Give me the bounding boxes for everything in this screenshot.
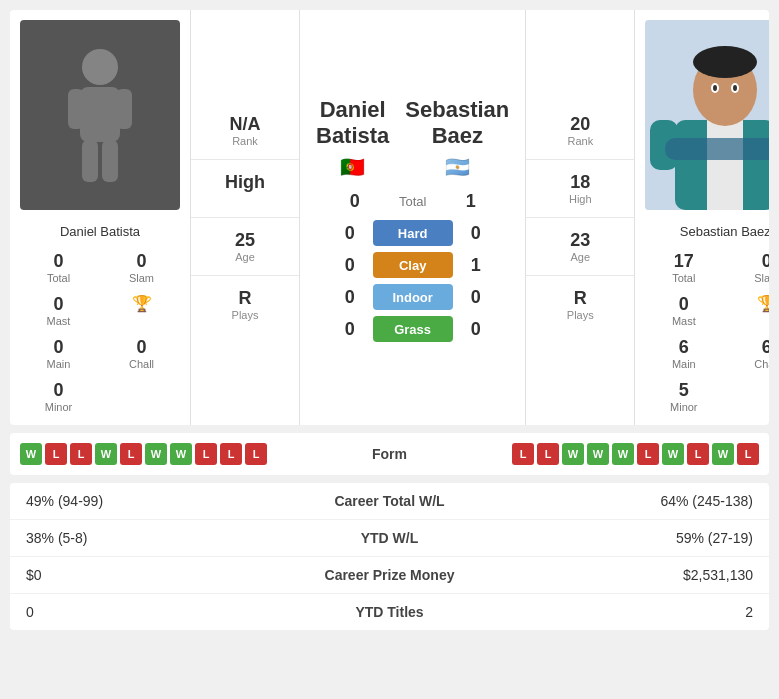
svg-point-13: [713, 85, 717, 91]
total-label: Total: [378, 194, 448, 209]
form-right-badge-6: W: [662, 443, 684, 465]
form-left-badge-1: L: [45, 443, 67, 465]
form-right: LLWWWLWLWL: [512, 443, 759, 465]
stats-row-3: 0 YTD Titles 2: [10, 594, 769, 630]
stats-label-0: Career Total W/L: [290, 493, 490, 509]
left-chall-val: 0: [103, 337, 180, 358]
right-main-lbl: Main: [645, 358, 722, 370]
left-high-lbl: [199, 193, 291, 205]
form-left-badge-9: L: [245, 443, 267, 465]
left-minor-cell: 0 Minor: [18, 376, 99, 417]
stats-row-0: 49% (94-99) Career Total W/L 64% (245-13…: [10, 483, 769, 520]
right-high-block: 18 High: [526, 160, 634, 218]
left-total-cell: 0 Total: [18, 247, 99, 288]
left-rank-lbl: Rank: [199, 135, 291, 147]
form-section: WLLWLWWLLL Form LLWWWLWLWL: [10, 433, 769, 475]
right-total-cell: 17 Total: [643, 247, 724, 288]
player-left-photo: [20, 20, 180, 210]
form-left-badge-2: L: [70, 443, 92, 465]
right-trophy: 🏆: [726, 290, 769, 331]
left-minor-val: 0: [20, 380, 97, 401]
left-plays-lbl: Plays: [199, 309, 291, 321]
stats-left-3: 0: [26, 604, 290, 620]
player-right-bottom-stats: 17 Total 0 Slam 0 Mast 🏆 6 Main: [635, 243, 769, 425]
svg-rect-2: [68, 89, 84, 129]
left-chall-cell: 0 Chall: [101, 333, 182, 374]
left-rank-block: N/A Rank: [191, 102, 299, 160]
left-high-val: High: [199, 172, 291, 193]
svg-rect-1: [80, 87, 120, 142]
left-age-lbl: Age: [199, 251, 291, 263]
surface-badge-clay: Clay: [373, 252, 453, 278]
player-right: Sebastian Baez 17 Total 0 Slam 0 Mast 🏆: [635, 10, 769, 425]
left-slam-val: 0: [103, 251, 180, 272]
stats-right-0: 64% (245-138): [490, 493, 754, 509]
right-main-val: 6: [645, 337, 722, 358]
svg-point-10: [693, 46, 757, 78]
left-chall-lbl: Chall: [103, 358, 180, 370]
form-left-badge-8: L: [220, 443, 242, 465]
surface-left-2: 0: [335, 287, 365, 308]
form-right-badge-4: W: [612, 443, 634, 465]
trophy-icon-left: 🏆: [132, 294, 152, 313]
form-right-badge-9: L: [737, 443, 759, 465]
surface-row-grass: 0 Grass 0: [308, 316, 517, 342]
svg-rect-5: [102, 140, 118, 182]
left-age-block: 25 Age: [191, 218, 299, 276]
svg-point-14: [733, 85, 737, 91]
left-main-lbl: Main: [20, 358, 97, 370]
right-total-val: 17: [645, 251, 722, 272]
form-left: WLLWLWWLLL: [20, 443, 267, 465]
main-container: Daniel Batista 0 Total 0 Slam 0 Mast 🏆: [0, 0, 779, 640]
right-plays-block: R Plays: [526, 276, 634, 333]
right-mast-val: 0: [645, 294, 722, 315]
form-right-badge-0: L: [512, 443, 534, 465]
surface-right-1: 1: [461, 255, 491, 276]
right-rank-val: 20: [534, 114, 626, 135]
right-minor-lbl: Minor: [645, 401, 722, 413]
stats-label-2: Career Prize Money: [290, 567, 490, 583]
left-total-lbl: Total: [20, 272, 97, 284]
left-slam-lbl: Slam: [103, 272, 180, 284]
middle-section: Daniel Batista 🇵🇹 Sebastian Baez 🇦🇷 0 To…: [300, 10, 525, 425]
right-minor-cell: 5 Minor: [643, 376, 724, 417]
left-slam-cell: 0 Slam: [101, 247, 182, 288]
surface-right-0: 0: [461, 223, 491, 244]
total-left-score: 0: [340, 191, 370, 212]
left-main-cell: 0 Main: [18, 333, 99, 374]
stats-row-2: $0 Career Prize Money $2,531,130: [10, 557, 769, 594]
right-slam-cell: 0 Slam: [726, 247, 769, 288]
form-left-badge-3: W: [95, 443, 117, 465]
left-main-val: 0: [20, 337, 97, 358]
players-section: Daniel Batista 0 Total 0 Slam 0 Mast 🏆: [10, 10, 769, 425]
left-mast-lbl: Mast: [20, 315, 97, 327]
surface-badge-grass: Grass: [373, 316, 453, 342]
svg-point-0: [82, 49, 118, 85]
right-rank-block: 20 Rank: [526, 102, 634, 160]
left-stats-panel: N/A Rank High 25 Age R Plays: [190, 10, 300, 425]
right-plays-val: R: [534, 288, 626, 309]
trophy-icon-right: 🏆: [757, 294, 769, 313]
surface-rows: 0 Hard 0 0 Clay 1 0 Indoor 0 0 Grass 0: [308, 220, 517, 348]
right-rank-lbl: Rank: [534, 135, 626, 147]
form-left-badge-7: L: [195, 443, 217, 465]
right-age-block: 23 Age: [526, 218, 634, 276]
player-left-name-header: Daniel Batista: [308, 87, 397, 153]
form-left-badge-0: W: [20, 443, 42, 465]
player-left-flag: 🇵🇹: [308, 153, 397, 187]
right-plays-lbl: Plays: [534, 309, 626, 321]
right-stats-panel: 20 Rank 18 High 23 Age R Plays: [525, 10, 635, 425]
right-total-lbl: Total: [645, 272, 722, 284]
form-left-badge-4: L: [120, 443, 142, 465]
total-row: 0 Total 1: [308, 191, 517, 212]
stats-right-3: 2: [490, 604, 754, 620]
left-rank-val: N/A: [199, 114, 291, 135]
left-minor-lbl: Minor: [20, 401, 97, 413]
left-total-val: 0: [20, 251, 97, 272]
form-right-badge-1: L: [537, 443, 559, 465]
stats-table: 49% (94-99) Career Total W/L 64% (245-13…: [10, 483, 769, 630]
left-plays-val: R: [199, 288, 291, 309]
right-main-cell: 6 Main: [643, 333, 724, 374]
right-minor-val: 5: [645, 380, 722, 401]
form-right-badge-7: L: [687, 443, 709, 465]
